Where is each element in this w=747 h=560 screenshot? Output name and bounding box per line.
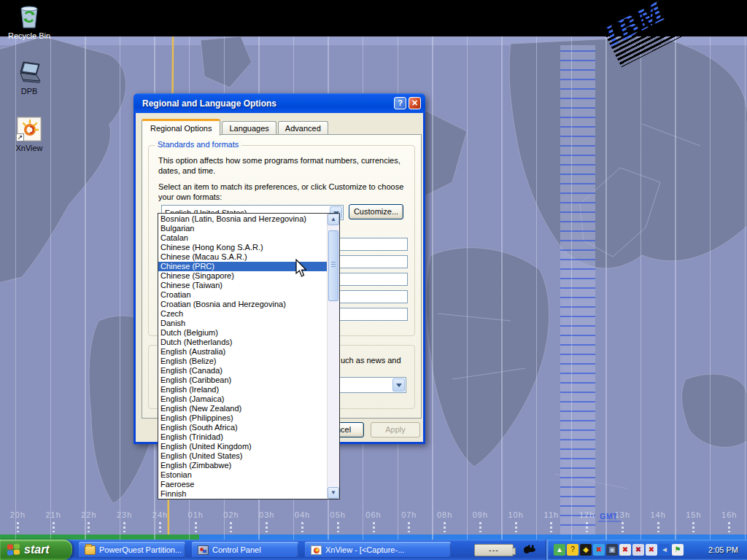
- wallpaper-top-band: IBM: [0, 0, 747, 36]
- taskbar-button-label: XnView - [<Capture-...: [325, 545, 404, 554]
- language-option[interactable]: English (Caribbean): [158, 376, 327, 385]
- dialog-titlebar[interactable]: Regional and Language Options ? ✕: [133, 93, 425, 113]
- language-dropdown-list: Bosnian (Latin, Bosnia and Herzegovina)B…: [158, 213, 340, 499]
- taskbar-button-xnview[interactable]: XnView - [<Capture-...: [305, 542, 451, 558]
- volume-icon[interactable]: ◄: [659, 544, 670, 556]
- list-scrollbar[interactable]: ▲ ▼: [327, 214, 339, 499]
- language-option[interactable]: Bulgarian: [158, 224, 327, 233]
- hour-label: 08h: [427, 510, 462, 538]
- xnview-icon: [311, 545, 322, 555]
- language-option[interactable]: Faeroese: [158, 480, 327, 489]
- hour-label: 04h: [285, 510, 320, 538]
- language-option[interactable]: English (Jamaica): [158, 394, 327, 404]
- language-option[interactable]: Croatian: [158, 290, 327, 300]
- hour-label: 09h: [462, 510, 498, 538]
- hour-label: 22h: [71, 510, 107, 538]
- start-button[interactable]: start: [0, 540, 72, 560]
- message-flag-icon[interactable]: ⚑: [672, 544, 684, 556]
- hour-label: 15h: [676, 510, 712, 538]
- tab-languages[interactable]: Languages: [222, 121, 276, 135]
- eject-device-icon[interactable]: ▲: [554, 544, 565, 556]
- hour-label: 21h: [36, 510, 71, 538]
- shortcut-arrow-icon: ↗: [16, 133, 24, 141]
- taskbar-button-powerquest[interactable]: PowerQuest Partition...: [79, 542, 185, 558]
- agent-help-icon[interactable]: ?: [567, 544, 578, 556]
- language-option[interactable]: Chinese (Hong Kong S.A.R.): [158, 243, 327, 252]
- close-button[interactable]: ✕: [409, 97, 421, 109]
- taskbar-clock[interactable]: 2:05 PM: [708, 545, 747, 554]
- hour-label: 03h: [249, 510, 285, 538]
- chevron-down-icon[interactable]: [392, 378, 405, 392]
- hour-label: 20h: [0, 510, 36, 538]
- language-option[interactable]: English (Trinidad): [158, 432, 327, 442]
- status-error-icon[interactable]: ✖: [593, 544, 605, 556]
- language-option[interactable]: Czech: [158, 309, 327, 319]
- language-option[interactable]: English (Belize): [158, 357, 327, 366]
- tab-regional-options[interactable]: Regional Options: [142, 119, 220, 136]
- desktop-icon-recycle-bin[interactable]: Recycle Bin: [1, 4, 57, 40]
- desktop-icon-xnview[interactable]: ↗ XnView: [1, 117, 57, 152]
- hour-label: 11h: [533, 510, 569, 538]
- standards-description: This option affects how some programs fo…: [158, 155, 410, 176]
- hour-label: 24h: [142, 510, 178, 538]
- network-disconnected-icon[interactable]: ✖: [646, 544, 657, 556]
- language-option[interactable]: English (Ireland): [158, 385, 327, 394]
- hour-label: 02h: [214, 510, 249, 538]
- language-option[interactable]: Bosnian (Latin, Bosnia and Herzegovina): [158, 214, 327, 224]
- language-option[interactable]: English (United States): [158, 451, 327, 461]
- desktop-icon-label: DPB: [1, 87, 57, 96]
- language-list-items: Bosnian (Latin, Bosnia and Herzegovina)B…: [158, 214, 327, 499]
- scroll-down-icon[interactable]: ▼: [328, 487, 339, 499]
- system-tray: ▲?◆✖▣✖✖✖◄⚑ 2:05 PM: [546, 540, 747, 560]
- language-option[interactable]: Finnish: [158, 489, 327, 499]
- language-option[interactable]: Croatian (Bosnia and Herzegovina): [158, 300, 327, 309]
- device-error-icon[interactable]: ✖: [632, 544, 644, 556]
- updates-notification-icon[interactable]: ◆: [580, 544, 592, 556]
- hour-label: 01h: [178, 510, 214, 538]
- taskbar-button-label: Control Panel: [212, 545, 261, 554]
- language-option[interactable]: Catalan: [158, 233, 327, 243]
- taskbar-button-control-panel[interactable]: Control Panel: [192, 542, 298, 558]
- help-button[interactable]: ?: [394, 97, 406, 109]
- hour-label: 23h: [107, 510, 142, 538]
- language-option[interactable]: English (Zimbabwe): [158, 461, 327, 470]
- hour-label: 14h: [640, 510, 676, 538]
- language-option[interactable]: English (Philippines): [158, 413, 327, 423]
- taskbar-button-label: PowerQuest Partition...: [99, 545, 182, 554]
- location-description-fragment: uch as news and: [341, 355, 421, 365]
- language-option[interactable]: English (United Kingdom): [158, 442, 327, 451]
- desktop-icon-label: Recycle Bin: [1, 31, 57, 40]
- desktop-icon-dpb[interactable]: DPB: [1, 60, 57, 96]
- tab-advanced[interactable]: Advanced: [278, 121, 328, 135]
- language-option[interactable]: English (South Africa): [158, 423, 327, 432]
- hour-label: 16h: [711, 510, 747, 538]
- language-option[interactable]: Estonian: [158, 470, 327, 480]
- language-option[interactable]: English (Australia): [158, 347, 327, 357]
- dialog-title: Regional and Language Options: [142, 98, 392, 109]
- groupbox-title: Standards and formats: [155, 140, 241, 149]
- language-option[interactable]: English (Canada): [158, 366, 327, 376]
- hour-label: 10h: [498, 510, 534, 538]
- language-option[interactable]: Dutch (Belgium): [158, 328, 327, 338]
- scrollbar-thumb[interactable]: [328, 230, 338, 301]
- language-option[interactable]: Danish: [158, 319, 327, 328]
- battery-meter[interactable]: ---: [474, 544, 514, 556]
- mouse-cursor: [295, 259, 309, 279]
- desktop-icon-label: XnView: [1, 144, 57, 152]
- signal-error-icon[interactable]: ✖: [619, 544, 631, 556]
- customize-button[interactable]: Customize...: [349, 204, 403, 219]
- timezone-hour-labels: 20h21h22h23h24h01h02h03h04h05h06h07h08h0…: [0, 510, 747, 538]
- language-option[interactable]: Dutch (Netherlands): [158, 338, 327, 347]
- language-option[interactable]: English (New Zealand): [158, 404, 327, 413]
- tray-icon-group: ▲?◆✖▣✖✖✖◄⚑: [554, 544, 684, 556]
- apply-button[interactable]: Apply: [371, 422, 420, 438]
- hour-label: 12h: [569, 510, 605, 538]
- standards-instruction: Select an item to match its preferences,…: [158, 182, 415, 202]
- scroll-up-icon[interactable]: ▲: [328, 214, 339, 225]
- network-computers-icon[interactable]: ▣: [606, 544, 618, 556]
- dialog-tabs: Regional Options Languages Advanced: [142, 120, 330, 135]
- language-option[interactable]: Chinese (Taiwan): [158, 281, 327, 290]
- laptop-icon: [16, 60, 42, 85]
- control-panel-icon: [198, 545, 209, 555]
- power-plug-icon: [522, 544, 537, 556]
